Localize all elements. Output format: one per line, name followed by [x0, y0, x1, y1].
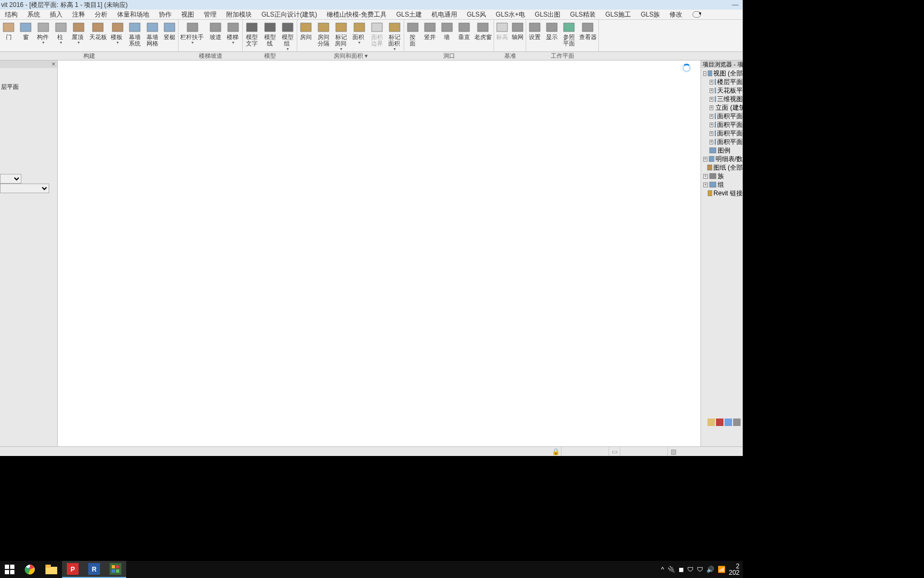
menu-tab[interactable]: 体量和场地 — [112, 9, 154, 20]
tree-expand-icon[interactable]: + — [710, 80, 713, 85]
tree-expand-icon[interactable]: - — [703, 71, 706, 76]
ribbon-button[interactable]: 栏杆扶手 ▾ — [179, 20, 207, 51]
ribbon-button[interactable]: 垂直 — [456, 20, 473, 51]
tree-expand-icon[interactable]: + — [710, 131, 713, 136]
filter-icon[interactable] — [725, 419, 732, 426]
ribbon-button[interactable]: 参照 平面 — [560, 20, 578, 51]
menu-overflow-icon[interactable] — [692, 11, 701, 18]
menu-tab[interactable]: GLS水+电 — [491, 9, 530, 20]
menu-tab[interactable]: 系统 — [22, 9, 45, 20]
ribbon-button[interactable]: 坡道 — [207, 20, 225, 51]
menu-tab[interactable]: GLS精装 — [565, 9, 600, 20]
tree-expand-icon[interactable]: + — [710, 114, 713, 119]
edit-type-selector[interactable] — [0, 184, 49, 193]
ribbon-button[interactable]: 竖井 — [421, 20, 438, 51]
filter-icon[interactable] — [733, 419, 741, 426]
tray-wifi-icon[interactable]: 📶 — [718, 566, 726, 573]
ribbon-button[interactable]: 标记 房间 ▾ — [332, 20, 350, 52]
ribbon-button[interactable]: 幕墙 网格 — [143, 20, 160, 51]
ribbon-button[interactable]: 老虎窗 — [473, 20, 494, 51]
ribbon-button[interactable]: 楼梯 ▾ — [224, 20, 242, 51]
tray-usb-icon[interactable]: 🔌 — [667, 566, 675, 573]
tree-item[interactable]: +天花板平 — [703, 86, 743, 95]
ribbon-button[interactable]: 模型 线 — [261, 20, 279, 52]
tree-item[interactable]: +明细表/数 — [703, 155, 743, 163]
close-panel-button[interactable]: × — [50, 60, 57, 68]
taskbar-chrome[interactable] — [19, 561, 41, 578]
menu-tab[interactable]: 协作 — [154, 9, 176, 20]
status-selector[interactable] — [620, 447, 668, 456]
menu-tab[interactable]: 机电通用 — [427, 9, 462, 20]
status-selector[interactable] — [561, 447, 609, 456]
tree-item[interactable]: 图纸 (全部 — [703, 163, 743, 172]
menu-tab[interactable]: 插入 — [45, 9, 67, 20]
windows-taskbar[interactable]: P R ^ 🔌 ◼ 🛡 🛡 🔊 📶 2202 — [0, 561, 743, 578]
type-selector[interactable] — [0, 174, 21, 184]
tree-expand-icon[interactable]: + — [710, 105, 713, 110]
tree-item[interactable]: 图例 — [703, 146, 743, 155]
ribbon-button[interactable]: 门 — [0, 20, 17, 51]
taskbar-clock[interactable]: 2202 — [729, 563, 740, 576]
menu-tab[interactable]: GLS土建 — [391, 9, 427, 20]
ribbon-button[interactable]: 按 面 — [404, 20, 421, 51]
drawing-canvas[interactable] — [58, 60, 700, 446]
tree-item[interactable]: +族 — [703, 172, 743, 180]
minimize-button[interactable]: — — [728, 1, 743, 9]
filter-icon[interactable] — [716, 419, 723, 426]
taskbar-explorer[interactable] — [41, 561, 62, 578]
menu-tab[interactable]: 管理 — [199, 9, 221, 20]
tree-expand-icon[interactable]: + — [710, 97, 713, 102]
ribbon-button[interactable]: 墙 — [438, 20, 456, 51]
taskbar-revit[interactable]: R — [83, 561, 105, 578]
ribbon-button[interactable]: 显示 — [543, 20, 560, 51]
tree-expand-icon[interactable]: + — [710, 88, 713, 93]
ribbon-button[interactable]: 轴网 — [510, 20, 526, 51]
ribbon-button[interactable]: 面积 ▾ — [350, 20, 368, 52]
tray-shield-icon[interactable]: 🛡 — [697, 566, 703, 573]
tree-expand-icon[interactable]: + — [703, 174, 708, 179]
menu-tab[interactable]: 附加模块 — [221, 9, 257, 20]
menu-tab[interactable]: 分析 — [90, 9, 112, 20]
menu-tab[interactable]: GLS出图 — [530, 9, 565, 20]
tree-item[interactable]: +面积平面 — [703, 129, 743, 138]
tree-item[interactable]: +面积平面 — [703, 138, 743, 146]
start-button[interactable] — [0, 561, 19, 578]
status-icon[interactable]: 🔒 — [550, 448, 561, 455]
ribbon-button[interactable]: 房间 分隔 — [315, 20, 333, 52]
status-icon[interactable]: ▧ — [668, 448, 679, 455]
ribbon-button[interactable]: 房间 — [297, 20, 315, 52]
ribbon-button[interactable]: 标记 面积 ▾ — [386, 20, 404, 52]
tree-item[interactable]: +组 — [703, 180, 743, 189]
ribbon-button[interactable]: 天花板 — [87, 20, 109, 51]
tree-item[interactable]: -视图 (全部 — [703, 69, 743, 78]
menu-tab[interactable]: GLS族 — [636, 9, 665, 20]
menu-tab[interactable]: 注释 — [67, 9, 90, 20]
ribbon-button[interactable]: 楼板 ▾ — [109, 20, 126, 51]
taskbar-app[interactable] — [105, 561, 126, 578]
tree-item[interactable]: +面积平面 — [703, 112, 743, 120]
status-icon[interactable]: ▭ — [609, 448, 620, 455]
tree-item[interactable]: +面积平面 — [703, 120, 743, 129]
ribbon-button[interactable]: 构件 ▾ — [35, 20, 52, 51]
tree-item[interactable]: +楼层平面 — [703, 78, 743, 86]
tree-expand-icon[interactable]: + — [703, 182, 708, 187]
menu-tab[interactable]: GLS正向设计(建筑) — [257, 9, 322, 20]
filter-icon[interactable] — [707, 419, 715, 426]
tray-icon[interactable]: 🛡 — [687, 566, 694, 573]
ribbon-button[interactable]: 幕墙 系统 — [126, 20, 143, 51]
ribbon-button[interactable]: 设置 — [526, 20, 543, 51]
menu-tab[interactable]: 视图 — [176, 9, 199, 20]
menu-tab[interactable]: 结构 — [0, 9, 22, 20]
menu-tab[interactable]: 橄榄山快模-免费工具 — [322, 9, 391, 20]
ribbon-button[interactable]: 竖梃 — [161, 20, 178, 51]
tree-expand-icon[interactable]: + — [703, 157, 707, 162]
tree-expand-icon[interactable]: + — [710, 140, 713, 144]
menu-tab[interactable]: GLS风 — [462, 9, 491, 20]
system-tray[interactable]: ^ 🔌 ◼ 🛡 🛡 🔊 📶 2202 — [661, 563, 743, 576]
taskbar-app[interactable]: P — [62, 561, 83, 578]
tree-item[interactable]: +三维视图 — [703, 95, 743, 103]
tray-icon[interactable]: ◼ — [679, 566, 684, 573]
ribbon-button[interactable]: 模型 文字 — [243, 20, 261, 52]
ribbon-button[interactable]: 窗 — [17, 20, 34, 51]
ribbon-button[interactable]: 屋顶 ▾ — [70, 20, 87, 51]
